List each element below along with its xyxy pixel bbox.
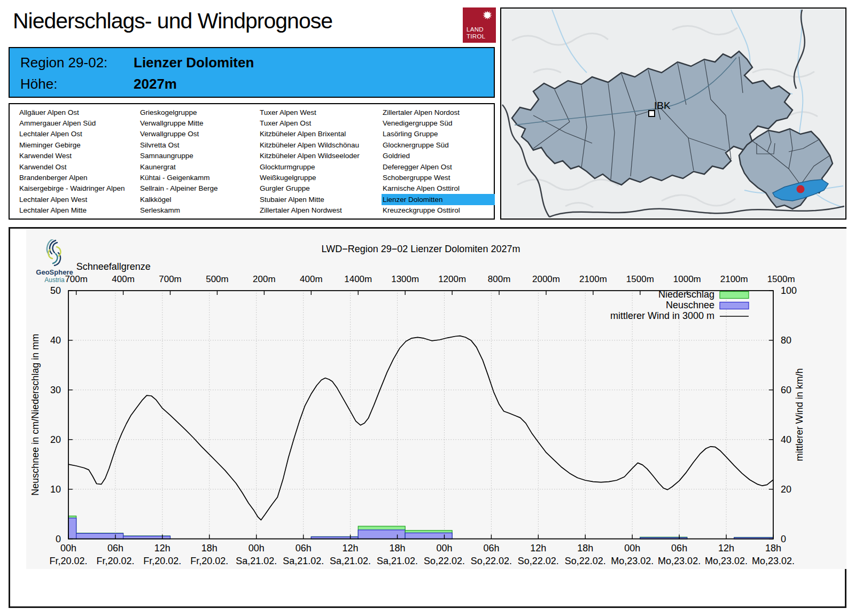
region-list-item[interactable]: Weißkugelgruppe (259, 172, 382, 183)
region-list-item[interactable]: Zillertaler Alpen Nordost (382, 107, 499, 118)
region-label: Region 29-02: (20, 54, 107, 71)
region-list-item[interactable]: Karnische Alpen Osttirol (382, 183, 499, 194)
forecast-chart-panel: GeoSphere Austria (9, 227, 846, 608)
altitude-value: 2027m (134, 76, 177, 92)
land-tirol-text-2: TIROL (467, 33, 485, 40)
region-header-box: Region 29-02: Lienzer Dolomiten Höhe: 20… (9, 47, 495, 98)
region-list-item[interactable]: Tuxer Alpen Ost (259, 118, 382, 128)
region-list-item[interactable]: Brandenberger Alpen (18, 172, 139, 183)
region-list-item[interactable]: Glocknergruppe Süd (382, 139, 499, 150)
region-list-item[interactable]: Kaunergrat (139, 161, 259, 172)
region-list-item[interactable]: Lienzer Dolomitten (382, 194, 495, 205)
region-list-item[interactable]: Kreuzeckgruppe Osttirol (382, 205, 499, 216)
land-tirol-logo: LAND TIROL (463, 7, 496, 43)
region-list-item[interactable]: Kitzbüheler Alpen Wildschönau (259, 139, 382, 150)
region-list: Allgäuer Alpen OstAmmergauer Alpen SüdLe… (9, 103, 495, 220)
region-list-item[interactable]: Serleskamm (139, 205, 259, 216)
geosphere-text-1: GeoSphere (30, 268, 79, 276)
region-list-item[interactable]: Schobergruppe West (382, 172, 499, 183)
region-list-item[interactable]: Deferegger Alpen Ost (382, 161, 499, 172)
region-list-item[interactable]: Gurgler Gruppe (259, 183, 382, 194)
region-list-item[interactable]: Kalkkögel (139, 194, 259, 205)
region-list-item[interactable]: Karwendel West (18, 151, 139, 161)
tirol-eagle-icon (481, 9, 494, 22)
geosphere-spiral-icon (41, 239, 68, 266)
region-list-item[interactable]: Verwallgruppe Mitte (139, 118, 259, 128)
ibk-label: IBK (654, 100, 671, 111)
region-list-item[interactable]: Kühtai - Geigenkamm (139, 172, 259, 183)
region-list-item[interactable]: Venedigergruppe Süd (382, 118, 499, 128)
land-tirol-text-1: LAND (467, 26, 485, 33)
tirol-map[interactable]: IBK (500, 7, 846, 220)
region-list-item[interactable]: Verwallgruppe Ost (139, 129, 259, 139)
region-list-item[interactable]: Kaisergebirge - Waidringer Alpen (18, 183, 139, 194)
region-list-item[interactable]: Lechtaler Alpen West (18, 194, 139, 205)
map-region-osttirol (739, 129, 833, 209)
region-list-item[interactable]: Zillertaler Alpen Nordwest (259, 205, 382, 216)
geosphere-logo: GeoSphere Austria (30, 239, 79, 284)
region-list-item[interactable]: Stubaier Alpen Mitte (259, 194, 382, 205)
region-list-item[interactable]: Sellrain - Alpeiner Berge (139, 183, 259, 194)
geosphere-text-2: Austria (30, 276, 79, 284)
region-list-item[interactable]: Kitzbüheler Alpen Wildseeloder (259, 151, 382, 161)
chart-canvas (26, 229, 846, 569)
region-list-item[interactable]: Allgäuer Alpen Ost (18, 107, 139, 118)
region-list-item[interactable]: Samnaungruppe (139, 151, 259, 161)
region-list-item[interactable]: Mieminger Gebirge (18, 139, 139, 150)
region-list-item[interactable]: Karwendel Ost (18, 161, 139, 172)
region-list-item[interactable]: Lechtaler Alpen Ost (18, 129, 139, 139)
region-list-item[interactable]: Goldried (382, 151, 499, 161)
region-list-item[interactable]: Silvretta Ost (139, 139, 259, 150)
region-list-item[interactable]: Kitzbüheler Alpen Brixental (259, 129, 382, 139)
page-title: Niederschlags- und Windprognose (13, 9, 332, 34)
region-list-item[interactable]: Glockturmgruppe (259, 161, 382, 172)
region-list-item[interactable]: Grieskogelgruppe (139, 107, 259, 118)
region-value: Lienzer Dolomiten (134, 54, 254, 71)
region-list-item[interactable]: Ammergauer Alpen Süd (18, 118, 139, 128)
location-marker (797, 185, 805, 193)
altitude-label: Höhe: (20, 76, 57, 92)
region-list-item[interactable]: Tuxer Alpen West (259, 107, 382, 118)
region-list-item[interactable]: Lechtaler Alpen Mitte (18, 205, 139, 216)
region-list-item[interactable]: Lasörling Gruppe (382, 129, 499, 139)
